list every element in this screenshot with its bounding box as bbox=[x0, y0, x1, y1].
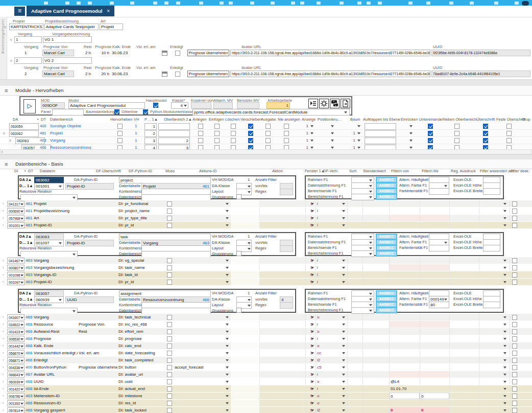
toolbar-icon[interactable] bbox=[357, 2, 361, 5]
reg-ausdruck-cell[interactable] bbox=[449, 314, 479, 320]
dataitem-name[interactable]: Prognose bbox=[34, 335, 78, 342]
farbintensitaet-field[interactable] bbox=[429, 188, 449, 195]
vorgangsbezeichnung-field[interactable]: VG 2 bbox=[43, 57, 92, 64]
standardwert-cell[interactable] bbox=[362, 400, 389, 406]
filter-anwenden-dropdown[interactable] bbox=[502, 328, 507, 335]
loeschen-checkbox[interactable] bbox=[231, 124, 236, 129]
dataitem-name[interactable]: Projektbezeichnung bbox=[34, 208, 78, 214]
chevron-down-icon[interactable] bbox=[310, 400, 315, 406]
muss-checkbox[interactable] bbox=[167, 223, 172, 228]
position-field[interactable]: 2 bbox=[144, 130, 157, 137]
chevron-down-icon[interactable] bbox=[341, 407, 346, 413]
standardwert-cell[interactable] bbox=[362, 314, 389, 320]
chevron-down-icon[interactable] bbox=[341, 350, 346, 356]
filtern-von-cell[interactable] bbox=[389, 279, 420, 285]
expand-icon[interactable]: › bbox=[3, 350, 4, 356]
dataitem-row[interactable]: › 000807 463 Vorgangsbezeichnung DI: tas… bbox=[0, 264, 532, 271]
reg-ausdruck-cell[interactable] bbox=[449, 357, 479, 363]
filtern-bis-cell[interactable] bbox=[420, 215, 449, 221]
expand-icon[interactable]: v bbox=[10, 36, 12, 43]
feste-ueberschrift-checkbox[interactable] bbox=[506, 131, 512, 136]
dataitem-name[interactable]: Voraussichtlich erledigt am bbox=[34, 350, 78, 356]
hauptmodul-checkbox[interactable] bbox=[153, 103, 158, 108]
chevron-down-icon[interactable] bbox=[247, 189, 252, 195]
chevron-down-icon[interactable] bbox=[19, 343, 25, 349]
filter-anwenden-dropdown[interactable] bbox=[502, 400, 507, 406]
filter-deak-checkbox[interactable] bbox=[512, 351, 517, 356]
position-field[interactable]: 3 bbox=[144, 137, 157, 144]
filter-deak-checkbox[interactable] bbox=[512, 223, 517, 228]
erledigt-checkbox[interactable] bbox=[175, 51, 180, 56]
chevron-down-icon[interactable] bbox=[368, 250, 373, 257]
toolbar-icon[interactable] bbox=[164, 2, 168, 5]
vorgangsbezeichnung-field[interactable]: VG 1 bbox=[43, 36, 92, 43]
filter-anwenden-dropdown[interactable] bbox=[502, 342, 507, 349]
chevron-down-icon[interactable] bbox=[341, 321, 346, 328]
muss-checkbox[interactable] bbox=[167, 351, 172, 356]
filtern-von-cell[interactable] bbox=[389, 222, 420, 228]
reg-ausdruck-cell[interactable] bbox=[449, 342, 479, 349]
dataitem-name[interactable]: Vorgangs-ID bbox=[34, 271, 78, 278]
sort-cell[interactable] bbox=[347, 279, 362, 285]
python-icon[interactable] bbox=[330, 99, 340, 108]
filtern-bis-cell[interactable] bbox=[420, 279, 449, 285]
filter-anwenden-dropdown[interactable] bbox=[502, 335, 507, 342]
expand-icon[interactable]: › bbox=[3, 279, 4, 285]
anlegen-checkbox[interactable] bbox=[198, 124, 203, 129]
aktion-dropdown[interactable] bbox=[225, 264, 230, 271]
dataitem-name[interactable]: Ressource bbox=[34, 321, 78, 328]
filtern-bis-cell[interactable] bbox=[420, 271, 449, 278]
standardwert-cell[interactable] bbox=[362, 222, 389, 228]
aktion-dropdown[interactable] bbox=[225, 385, 230, 392]
muss-checkbox[interactable] bbox=[167, 315, 172, 320]
chevron-down-icon[interactable] bbox=[309, 137, 315, 144]
expand-icon[interactable]: › bbox=[3, 342, 4, 349]
expand-icon[interactable]: v bbox=[10, 57, 12, 64]
muss-checkbox[interactable] bbox=[167, 408, 172, 413]
dataitem-id-field[interactable]: 000690 bbox=[7, 208, 25, 214]
baumdarstellung-checkbox[interactable] bbox=[114, 109, 119, 114]
standardwert-cell[interactable] bbox=[362, 407, 389, 413]
dataitem-id-field[interactable]: 066643 bbox=[7, 372, 25, 378]
dataitem-id-field[interactable]: 056871 bbox=[7, 357, 25, 363]
reg-ausdruck-cell[interactable] bbox=[449, 257, 479, 264]
python-modulunterklasse-select[interactable]: ppms.office.adaptivecards.cards.forecast… bbox=[192, 109, 350, 116]
excel-ole-breite-field[interactable] bbox=[483, 302, 500, 308]
filtern-bis-cell[interactable] bbox=[420, 364, 449, 371]
muss-checkbox[interactable] bbox=[167, 201, 172, 206]
filter-anwenden-dropdown[interactable] bbox=[502, 350, 507, 356]
anzeige-select[interactable]: 1 bbox=[303, 137, 308, 144]
filter-anwenden-dropdown[interactable] bbox=[502, 279, 507, 285]
calendar-icon[interactable] bbox=[162, 51, 167, 56]
dataitem-name[interactable]: Ressourcen-ID bbox=[34, 400, 78, 406]
da-id-field[interactable]: 063062 bbox=[9, 130, 39, 137]
dataitem-id-field[interactable]: 060939 bbox=[7, 379, 25, 385]
toolbar-icon[interactable] bbox=[470, 2, 474, 5]
aktion-dropdown[interactable] bbox=[225, 400, 230, 406]
toolbar-icon[interactable] bbox=[229, 2, 233, 5]
dataitem-name[interactable]: Meilenstein-ID bbox=[34, 393, 78, 399]
filtern-bis-cell[interactable]: 0 bbox=[420, 407, 449, 413]
chevron-down-icon[interactable] bbox=[341, 271, 346, 278]
projekt-field[interactable]: KARTENTRICKS bbox=[9, 24, 43, 30]
sort-cell[interactable] bbox=[347, 200, 362, 207]
einruecken-select[interactable] bbox=[408, 130, 414, 136]
aktion-dropdown[interactable] bbox=[225, 271, 230, 278]
farbintensitaet-field[interactable] bbox=[429, 245, 449, 251]
chevron-down-icon[interactable] bbox=[247, 245, 252, 252]
filtern-von-cell[interactable] bbox=[389, 321, 420, 328]
regex-field[interactable] bbox=[280, 189, 293, 195]
expand-icon[interactable]: › bbox=[3, 257, 4, 264]
dataitem-id-field[interactable]: 057814 bbox=[7, 407, 25, 413]
chevron-down-icon[interactable] bbox=[19, 379, 25, 385]
prognose-von-field[interactable]: Marcel Carl bbox=[42, 71, 74, 77]
chevron-down-icon[interactable] bbox=[341, 364, 346, 371]
expand-icon[interactable]: › bbox=[3, 364, 4, 371]
chevron-down-icon[interactable] bbox=[310, 200, 315, 207]
chevron-down-icon[interactable] bbox=[19, 393, 25, 399]
chevron-down-icon[interactable] bbox=[19, 350, 25, 356]
arbeitsgebiete-field[interactable]: 1 bbox=[267, 102, 290, 109]
einfuegen-checkbox[interactable] bbox=[214, 124, 220, 129]
toolbar-icon[interactable] bbox=[110, 2, 114, 5]
filtern-von-cell[interactable] bbox=[389, 371, 420, 378]
